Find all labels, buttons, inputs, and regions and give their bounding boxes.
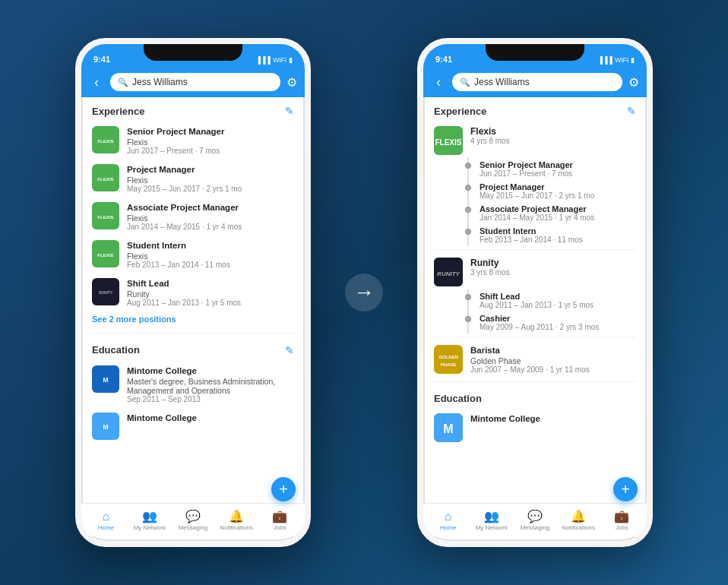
edu-item-1[interactable]: M Mintome College Master's degree, Busin…: [81, 361, 305, 408]
wifi-icon-right: WiFi: [615, 56, 628, 64]
bottom-nav-right: ⌂ Home 👥 My Network 💬 Messaging 🔔 Notifi…: [423, 503, 647, 536]
experience-edit-right[interactable]: ✎: [627, 105, 636, 117]
exp-item-barista[interactable]: GOLDEN PHASE Barista Golden Phase Jun 20…: [423, 340, 647, 378]
sub-apm[interactable]: Associate Project Manager Jan 2014 – May…: [480, 202, 647, 224]
dot-senior-pm: [465, 163, 471, 169]
svg-text:FLEXIS: FLEXIS: [435, 138, 461, 147]
notch-right: [486, 44, 584, 61]
exp-info-apm: Associate Project Manager Flexis Jan 201…: [127, 202, 294, 231]
search-icon-right: 🔍: [460, 77, 470, 87]
nav-messaging-left[interactable]: 💬 Messaging: [176, 509, 210, 531]
exp-title-intern: Student Intern: [127, 240, 294, 251]
search-input-right[interactable]: 🔍 Jess Williams: [452, 73, 622, 91]
sub-intern[interactable]: Student Intern Feb 2013 – Jan 2014 · 11 …: [480, 224, 647, 246]
exp-item-senior-pm[interactable]: FLEXIS Senior Project Manager Flexis Jun…: [81, 122, 305, 160]
divider-right-3: [434, 381, 636, 382]
nav-network-left[interactable]: 👥 My Network: [133, 509, 166, 531]
search-input-left[interactable]: 🔍 Jess Williams: [110, 73, 280, 91]
sub-date-senior-pm: Jun 2017 – Present · 7 mos: [480, 169, 573, 178]
group-flexis[interactable]: FLEXIS Flexis 4 yrs 8 mos: [423, 122, 647, 160]
back-button-left[interactable]: ‹: [89, 74, 104, 90]
back-button-right[interactable]: ‹: [431, 74, 446, 90]
nav-notifications-right[interactable]: 🔔 Notifications: [562, 509, 595, 531]
svg-text:RUNITY: RUNITY: [437, 270, 460, 277]
exp-info-shift: Shift Lead Runity Aug 2011 – Jan 2013 · …: [127, 278, 294, 307]
education-edit-left[interactable]: ✎: [285, 344, 294, 356]
edu-item-2[interactable]: M Mintome College: [81, 408, 305, 444]
exp-title-shift: Shift Lead: [127, 278, 294, 289]
edu-degree-1: Master's degree, Business Administration…: [127, 377, 294, 395]
exp-title-apm: Associate Project Manager: [127, 202, 294, 213]
education-title-right: Education: [434, 393, 482, 404]
bottom-nav-left: ⌂ Home 👥 My Network 💬 Messaging 🔔 Notifi…: [81, 503, 305, 536]
sub-info-cashier: Cashier May 2009 – Aug 2011 · 2 yrs 3 mo…: [480, 314, 599, 331]
sub-pm[interactable]: Project Manager May 2015 – Jun 2017 · 2 …: [480, 180, 647, 202]
nav-jobs-right[interactable]: 💼 Jobs: [605, 509, 638, 531]
runity-logo-right: RUNITY: [434, 258, 463, 286]
fab-left[interactable]: +: [271, 477, 296, 501]
search-bar-left: ‹ 🔍 Jess Williams ⚙: [81, 68, 305, 97]
sub-shift[interactable]: Shift Lead Aug 2011 – Jan 2013 · 1 yr 5 …: [480, 289, 647, 311]
edu-name-right-1: Mintome College: [470, 413, 636, 425]
notch: [144, 44, 242, 61]
exp-company-4: Flexis: [127, 251, 294, 261]
runity-svg-left: RUNITY: [97, 283, 114, 300]
nav-messaging-label-right: Messaging: [521, 524, 550, 531]
home-icon-left: ⌂: [103, 510, 110, 523]
nav-home-left[interactable]: ⌂ Home: [90, 510, 123, 531]
svg-text:FLEXIS: FLEXIS: [97, 138, 113, 144]
nav-home-right[interactable]: ⌂ Home: [432, 510, 465, 531]
flexis-duration: 4 yrs 8 mos: [470, 137, 636, 145]
edu-name-2: Mintome College: [127, 413, 294, 424]
sub-date-pm: May 2015 – Jun 2017 · 2 yrs 1 mo: [480, 191, 594, 200]
flexis-svg-3: FLEXIS: [97, 207, 114, 224]
status-icons-right: ▐▐▐ WiFi ▮: [598, 56, 635, 65]
flexis-logo-group: FLEXIS: [434, 126, 463, 155]
divider-right-2: [434, 337, 636, 337]
nav-jobs-left[interactable]: 💼 Jobs: [263, 509, 296, 531]
sub-date-apm: Jan 2014 – May 2015 · 1 yr 4 mos: [480, 213, 594, 222]
network-icon-left: 👥: [142, 509, 157, 523]
svg-text:M: M: [443, 422, 453, 435]
sub-info-senior-pm: Senior Project Manager Jun 2017 – Presen…: [480, 160, 573, 178]
flexis-svg-1: FLEXIS: [97, 131, 114, 148]
jobs-icon-right: 💼: [614, 509, 629, 523]
experience-edit-left[interactable]: ✎: [285, 105, 294, 117]
flexis-timeline: Senior Project Manager Jun 2017 – Presen…: [467, 158, 647, 246]
nav-home-label-right: Home: [440, 524, 456, 531]
nav-messaging-right[interactable]: 💬 Messaging: [518, 509, 552, 531]
runity-logo-left: RUNITY: [92, 278, 119, 305]
mintome-svg-right: M: [434, 413, 463, 442]
dot-apm: [465, 207, 471, 213]
sub-title-apm: Associate Project Manager: [480, 204, 594, 213]
sub-cashier[interactable]: Cashier May 2009 – Aug 2011 · 2 yrs 3 mo…: [480, 311, 647, 334]
see-more-button[interactable]: See 2 more positions: [81, 311, 305, 330]
fab-right[interactable]: +: [613, 477, 638, 501]
sub-senior-pm[interactable]: Senior Project Manager Jun 2017 – Presen…: [480, 158, 647, 180]
nav-notifications-label-right: Notifications: [562, 524, 595, 531]
svg-text:FLEXIS: FLEXIS: [97, 214, 113, 220]
signal-icon: ▐▐▐: [256, 56, 271, 64]
messaging-icon-right: 💬: [527, 509, 543, 523]
exp-item-apm[interactable]: FLEXIS Associate Project Manager Flexis …: [81, 198, 305, 236]
nav-notifications-left[interactable]: 🔔 Notifications: [220, 509, 253, 531]
exp-title-pm: Project Manager: [127, 164, 294, 176]
education-title-left: Education: [92, 344, 140, 356]
exp-item-shift[interactable]: RUNITY Shift Lead Runity Aug 2011 – Jan …: [81, 274, 305, 311]
runity-timeline: Shift Lead Aug 2011 – Jan 2013 · 1 yr 5 …: [467, 289, 647, 334]
exp-item-pm[interactable]: FLEXIS Project Manager Flexis May 2015 –…: [81, 160, 305, 198]
notifications-icon-right: 🔔: [571, 509, 586, 523]
settings-button-right[interactable]: ⚙: [628, 75, 639, 90]
runity-svg-right: RUNITY: [434, 258, 463, 286]
flexis-logo-2: FLEXIS: [92, 164, 119, 191]
exp-info-pm: Project Manager Flexis May 2015 – Jun 20…: [127, 164, 294, 193]
edu-item-right-1[interactable]: M Mintome College: [423, 409, 647, 447]
group-runity[interactable]: RUNITY Runity 3 yrs 8 mos: [423, 253, 647, 291]
nav-network-right[interactable]: 👥 My Network: [475, 509, 508, 531]
exp-item-intern[interactable]: FLEXIS Student Intern Flexis Feb 2013 – …: [81, 236, 305, 274]
settings-button-left[interactable]: ⚙: [286, 75, 297, 90]
exp-date-barista: Jun 2007 – May 2009 · 1 yr 11 mos: [470, 365, 636, 374]
experience-title-left: Experience: [92, 106, 144, 117]
exp-company-3: Flexis: [127, 213, 294, 223]
experience-title-right: Experience: [434, 106, 486, 117]
